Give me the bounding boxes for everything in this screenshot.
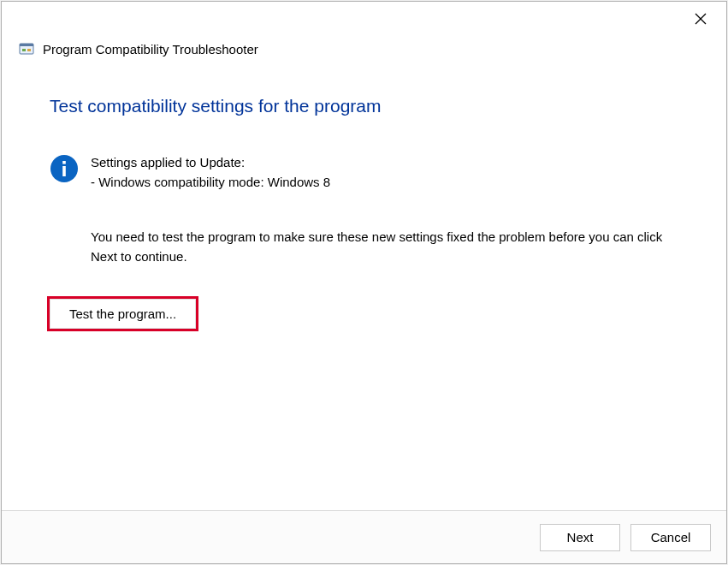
wizard-title: Program Compatibility Troubleshooter [43, 42, 258, 56]
svg-rect-3 [20, 44, 33, 46]
close-button[interactable] [687, 9, 714, 29]
instruction-text: You need to test the program to make sur… [91, 227, 692, 267]
test-program-button[interactable]: Test the program... [50, 299, 196, 329]
info-row: Settings applied to Update: - Windows co… [50, 152, 692, 193]
next-button[interactable]: Next [540, 524, 620, 551]
content-area: Test compatibility settings for the prog… [2, 56, 726, 510]
titlebar [2, 2, 726, 33]
troubleshooter-window: Program Compatibility Troubleshooter Tes… [1, 1, 727, 564]
footer-bar: Next Cancel [2, 510, 726, 563]
info-icon [50, 154, 79, 183]
info-line1: Settings applied to Update: [91, 152, 330, 172]
close-icon [695, 13, 707, 25]
troubleshooter-icon [19, 41, 34, 56]
info-line2: - Windows compatibility mode: Windows 8 [91, 172, 330, 192]
svg-rect-8 [62, 166, 66, 176]
svg-rect-4 [22, 49, 26, 51]
cancel-button[interactable]: Cancel [630, 524, 711, 551]
wizard-header: Program Compatibility Troubleshooter [2, 41, 726, 56]
settings-applied-text: Settings applied to Update: - Windows co… [91, 152, 330, 193]
svg-rect-7 [62, 161, 66, 164]
svg-rect-5 [27, 49, 31, 51]
page-heading: Test compatibility settings for the prog… [50, 96, 692, 116]
